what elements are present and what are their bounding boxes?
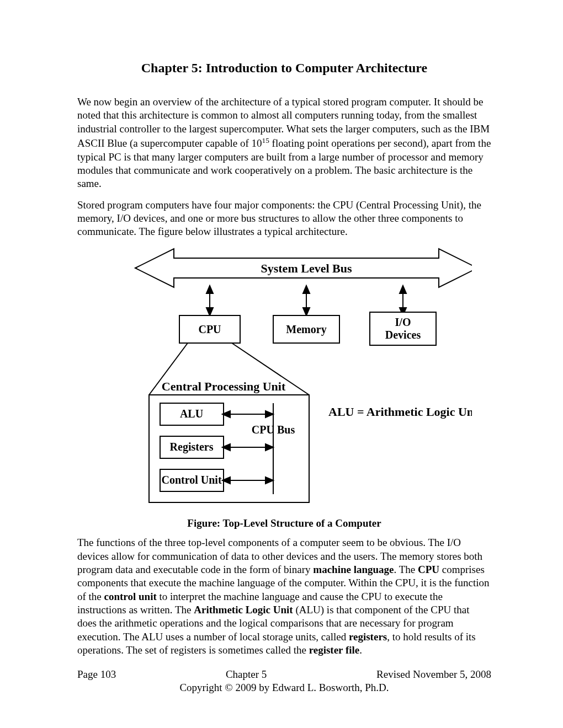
para1-sup: 15 [262, 136, 269, 144]
p3-j: registers [349, 631, 387, 643]
cpu-heading: Central Processing Unit [162, 379, 286, 393]
page-footer: Page 103 Chapter 5 Revised November 5, 2… [77, 668, 491, 694]
p3-h: Arithmetic Logic Unit [194, 604, 293, 615]
alu-note: ALU = Arithmetic Logic Unit [328, 405, 472, 419]
control-unit-label: Control Unit [161, 474, 221, 486]
p3-b: machine language [313, 564, 394, 575]
p3-l: register file [309, 644, 360, 656]
registers-label: Registers [170, 441, 214, 453]
architecture-diagram: System Level Bus CPU Memory [77, 246, 491, 505]
p3-m: . [359, 644, 362, 656]
svg-marker-6 [206, 308, 213, 315]
cpu-box-label: CPU [198, 323, 221, 335]
footer-page: Page 103 [77, 668, 116, 681]
alu-label: ALU [180, 408, 203, 420]
memory-box-label: Memory [286, 323, 326, 336]
io-box-label-2: Devices [385, 329, 421, 341]
paragraph-3: The functions of the three top-level com… [77, 536, 491, 657]
paragraph-1: We now begin an overview of the architec… [77, 95, 491, 191]
cpu-bus-label: CPU Bus [252, 424, 295, 436]
footer-revised: Revised November 5, 2008 [376, 668, 491, 681]
footer-copyright: Copyright © 2009 by Edward L. Bosworth, … [77, 682, 491, 694]
chapter-title: Chapter 5: Introduction to Computer Arch… [77, 61, 491, 76]
p3-d: CPU [418, 564, 439, 575]
figure-caption: Figure: Top-Level Structure of a Compute… [77, 517, 491, 529]
svg-marker-9 [303, 308, 310, 315]
p3-f: control unit [104, 591, 157, 602]
bus-label: System Level Bus [261, 261, 352, 275]
io-box-label-1: I/O [395, 316, 411, 328]
footer-chapter: Chapter 5 [226, 668, 267, 681]
paragraph-2: Stored program computers have four major… [77, 199, 491, 239]
p3-c: . The [394, 564, 418, 575]
